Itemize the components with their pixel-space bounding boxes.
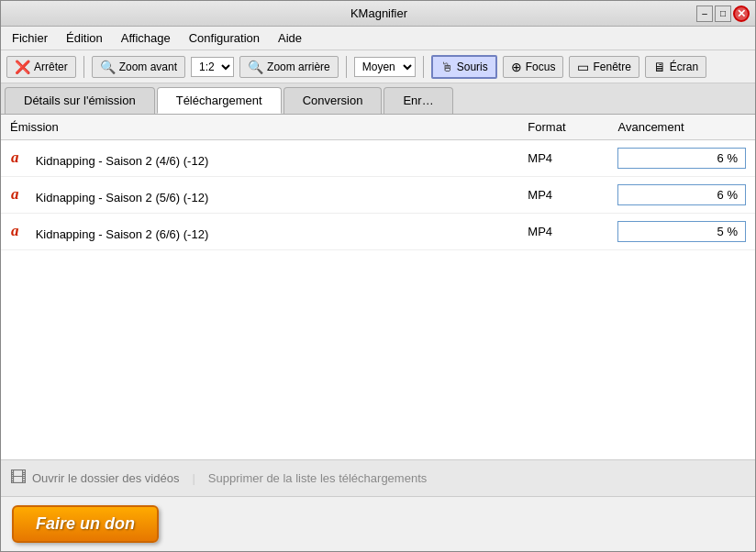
stop-label: Arrêter: [34, 61, 68, 73]
donate-bar: Faire un don: [1, 496, 755, 551]
zoom-out-icon: 🔍: [248, 60, 263, 74]
menu-configuration[interactable]: Configuration: [182, 29, 267, 47]
cell-avancement-2: 5 %: [608, 214, 755, 250]
download-table: Émission Format Avancement a Kidnapping …: [1, 115, 755, 250]
title-bar: KMagnifier – □ ✕: [1, 1, 755, 27]
cell-format-1: MP4: [518, 177, 608, 214]
window-mode-icon: ▭: [577, 60, 589, 74]
table-row: a Kidnapping - Saison 2 (4/6) (-12) MP4 …: [1, 140, 755, 177]
cell-format-2: MP4: [518, 214, 608, 250]
window-title: KMagnifier: [61, 6, 696, 20]
screen-icon: 🖥: [653, 60, 666, 74]
tab-enr[interactable]: Enr…: [384, 87, 452, 114]
menu-bar: Fichier Édition Affichage Configuration …: [1, 27, 755, 50]
action-separator: |: [192, 471, 195, 485]
progress-value-1: 6 %: [617, 184, 746, 205]
content-spacer: [1, 250, 755, 459]
table-header-row: Émission Format Avancement: [1, 115, 755, 140]
emission-title-1: Kidnapping - Saison 2 (5/6) (-12): [36, 191, 209, 204]
menu-fichier[interactable]: Fichier: [5, 29, 55, 47]
progress-value-2: 5 %: [617, 221, 746, 242]
toolbar: ❌ Arrêter 🔍 Zoom avant 1:2 🔍 Zoom arrièr…: [1, 50, 755, 83]
cell-emission-0: a Kidnapping - Saison 2 (4/6) (-12): [1, 140, 518, 177]
emission-icon-1: a: [10, 185, 27, 205]
mouse-button[interactable]: 🖱 Souris: [431, 55, 497, 79]
mouse-label: Souris: [457, 61, 488, 73]
separator-3: [423, 56, 424, 78]
main-window: KMagnifier – □ ✕ Fichier Édition Afficha…: [0, 0, 756, 552]
window-label: Fenêtre: [593, 61, 630, 73]
folder-icon: 🎞: [10, 469, 27, 488]
table-row: a Kidnapping - Saison 2 (5/6) (-12) MP4 …: [1, 177, 755, 214]
window-controls: – □ ✕: [696, 6, 750, 22]
stop-button[interactable]: ❌ Arrêter: [6, 56, 76, 78]
tab-conversion[interactable]: Conversion: [284, 87, 383, 114]
focus-icon: ⊕: [511, 60, 522, 74]
cell-avancement-0: 6 %: [608, 140, 755, 177]
minimize-button[interactable]: –: [696, 6, 713, 22]
zoom-out-button[interactable]: 🔍 Zoom arrière: [239, 56, 339, 78]
svg-text:a: a: [11, 222, 19, 238]
mouse-icon: 🖱: [440, 60, 453, 74]
window-mode-button[interactable]: ▭ Fenêtre: [569, 56, 639, 78]
open-folder-button[interactable]: 🎞 Ouvrir le dossier des vidéos: [10, 469, 179, 488]
svg-text:a: a: [11, 185, 19, 202]
focus-label: Focus: [526, 61, 556, 73]
tab-details[interactable]: Détails sur l'émission: [5, 87, 155, 114]
action-bar: 🎞 Ouvrir le dossier des vidéos | Supprim…: [1, 459, 755, 496]
delete-label[interactable]: Supprimer de la liste les téléchargement…: [208, 471, 427, 485]
cell-format-0: MP4: [518, 140, 608, 177]
emission-title-2: Kidnapping - Saison 2 (6/6) (-12): [36, 227, 209, 241]
menu-affichage[interactable]: Affichage: [114, 29, 178, 47]
stop-icon: ❌: [15, 60, 30, 74]
donate-button[interactable]: Faire un don: [12, 505, 159, 543]
separator-2: [346, 56, 347, 78]
emission-title-0: Kidnapping - Saison 2 (4/6) (-12): [36, 154, 209, 168]
zoom-out-label: Zoom arrière: [267, 61, 330, 73]
table-row: a Kidnapping - Saison 2 (6/6) (-12) MP4 …: [1, 214, 755, 250]
mode-select[interactable]: Moyen: [354, 57, 416, 77]
cell-avancement-1: 6 %: [608, 177, 755, 214]
emission-icon-2: a: [10, 222, 27, 242]
header-emission: Émission: [1, 115, 518, 140]
cell-emission-2: a Kidnapping - Saison 2 (6/6) (-12): [1, 214, 518, 250]
cell-emission-1: a Kidnapping - Saison 2 (5/6) (-12): [1, 177, 518, 214]
header-avancement: Avancement: [608, 115, 755, 140]
menu-edition[interactable]: Édition: [59, 29, 110, 47]
svg-text:a: a: [11, 149, 19, 165]
emission-icon-0: a: [10, 149, 27, 169]
content-area: Émission Format Avancement a Kidnapping …: [1, 115, 755, 459]
screen-button[interactable]: 🖥 Écran: [645, 56, 706, 78]
close-button[interactable]: ✕: [733, 6, 750, 22]
progress-value-0: 6 %: [617, 148, 746, 169]
tab-bar: Détails sur l'émission Téléchargement Co…: [1, 83, 755, 115]
header-format: Format: [518, 115, 608, 140]
menu-aide[interactable]: Aide: [271, 29, 309, 47]
zoom-in-button[interactable]: 🔍 Zoom avant: [92, 56, 185, 78]
open-folder-label: Ouvrir le dossier des vidéos: [32, 471, 179, 485]
separator-1: [83, 56, 84, 78]
screen-label: Écran: [670, 61, 698, 73]
focus-button[interactable]: ⊕ Focus: [503, 56, 564, 78]
zoom-ratio-select[interactable]: 1:2: [191, 57, 234, 77]
zoom-in-icon: 🔍: [100, 60, 116, 74]
tab-telechargement[interactable]: Téléchargement: [157, 87, 282, 114]
maximize-button[interactable]: □: [715, 6, 731, 22]
zoom-in-label: Zoom avant: [119, 61, 177, 73]
